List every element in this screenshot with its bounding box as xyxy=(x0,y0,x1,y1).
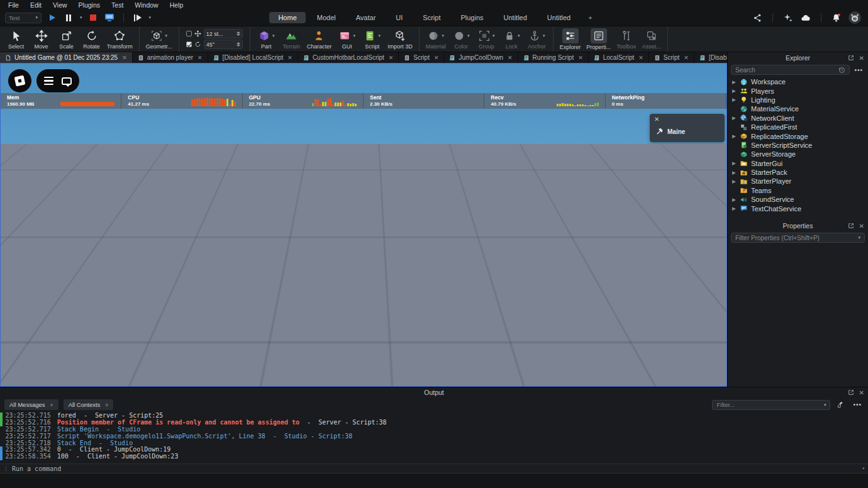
close-icon[interactable]: ✕ xyxy=(287,55,292,61)
toolbar-button-character[interactable]: Character xyxy=(305,28,334,50)
output-filter-input[interactable] xyxy=(716,401,823,408)
toolbar-button-select[interactable]: Select xyxy=(4,28,28,50)
move-snap-checkbox[interactable] xyxy=(186,31,192,36)
viewport-3d[interactable]: RignoLRigRig Mem1960.90 MBCPU41.27 msGPU… xyxy=(0,63,727,387)
output-log[interactable]: 23:25:52.715fored - Server - Script:2523… xyxy=(0,412,868,463)
doc-tab-7[interactable]: LocalScript✕ xyxy=(589,52,649,63)
menu-item-test[interactable]: Test xyxy=(106,1,129,9)
explorer-item-textchatservice[interactable]: ▶TextChatService xyxy=(728,204,868,213)
explorer-item-workspace[interactable]: ▶Workspace xyxy=(728,77,868,86)
properties-filter-box[interactable]: ▾ xyxy=(731,233,865,243)
expand-arrow-icon[interactable]: ▶ xyxy=(732,133,737,139)
chevron-down-icon[interactable]: ▾ xyxy=(378,33,381,38)
explorer-item-teams[interactable]: Teams xyxy=(728,186,868,195)
cloud-sync-icon[interactable] xyxy=(799,13,811,23)
toolbar-button-color[interactable]: ▾Color xyxy=(450,28,473,50)
close-icon[interactable]: ✕ xyxy=(389,55,394,61)
doc-tab-1[interactable]: animation player✕ xyxy=(133,52,208,63)
close-icon[interactable]: ✕ xyxy=(859,389,864,396)
pause-button[interactable] xyxy=(63,12,74,23)
clear-output-broom-icon[interactable] xyxy=(837,401,845,409)
close-icon[interactable]: ✕ xyxy=(859,223,864,230)
expand-arrow-icon[interactable]: ▶ xyxy=(732,206,737,211)
chevron-down-icon[interactable]: ▾ xyxy=(353,33,355,38)
close-icon[interactable]: ✕ xyxy=(198,55,203,61)
properties-filter-input[interactable] xyxy=(735,235,857,241)
expand-arrow-icon[interactable]: ▶ xyxy=(732,88,737,94)
menu-item-edit[interactable]: Edit xyxy=(25,1,47,9)
ribbon-tab-script-4[interactable]: Script xyxy=(414,12,449,23)
expand-arrow-icon[interactable]: ▶ xyxy=(732,160,737,166)
chevron-down-icon[interactable]: ▾ xyxy=(492,33,495,38)
expand-arrow-icon[interactable]: ▶ xyxy=(732,197,737,202)
menu-item-window[interactable]: Window xyxy=(129,1,164,9)
move-snap-field[interactable]: 12 st... xyxy=(204,29,243,38)
ribbon-tab-add[interactable]: + xyxy=(582,12,598,23)
rotate-snap-field[interactable]: 45° xyxy=(204,40,243,49)
output-filter-box[interactable]: ▾ xyxy=(712,400,830,410)
toolbar-button-lock[interactable]: ▾Lock xyxy=(500,28,523,50)
roblox-menu-button[interactable] xyxy=(8,69,31,92)
rotate-snap-stepper[interactable] xyxy=(236,42,240,47)
explorer-item-networkclient[interactable]: ▶NetworkClient xyxy=(728,114,868,123)
close-icon[interactable]: ✕ xyxy=(654,116,659,123)
toolbar-button-group[interactable]: ▾Group xyxy=(475,28,498,50)
close-icon[interactable]: ✕ xyxy=(434,55,439,61)
step-button[interactable] xyxy=(132,12,143,23)
toolbar-button-part[interactable]: ▾Part xyxy=(255,28,278,50)
ribbon-tab-avatar-2[interactable]: Avatar xyxy=(347,12,385,23)
expand-arrow-icon[interactable]: ▶ xyxy=(732,115,737,121)
test-mode-dropdown[interactable]: Test ▾ xyxy=(5,13,42,23)
toolbar-button-material[interactable]: ▾Material xyxy=(424,28,448,50)
explorer-item-replicatedfirst[interactable]: ReplicatedFirst xyxy=(728,123,868,131)
assistant-sparkle-icon[interactable] xyxy=(782,13,793,23)
explorer-menu-icon[interactable]: ••• xyxy=(852,67,865,74)
toolbar-button-anchor[interactable]: ▾Anchor xyxy=(525,28,548,50)
close-icon[interactable]: ✕ xyxy=(684,55,689,61)
client-server-toggle-icon[interactable] xyxy=(104,12,115,23)
menu-item-help[interactable]: Help xyxy=(164,1,189,9)
chevron-down-icon[interactable]: ▾ xyxy=(862,466,865,471)
close-icon[interactable]: ✕ xyxy=(859,55,864,62)
explorer-item-startergui[interactable]: ▶StarterGui xyxy=(728,159,868,168)
popout-icon[interactable] xyxy=(848,223,854,229)
play-button[interactable] xyxy=(47,12,58,23)
ribbon-tab-home-0[interactable]: Home xyxy=(269,12,305,23)
history-icon[interactable] xyxy=(838,67,845,74)
pause-dropdown-icon[interactable]: ▾ xyxy=(80,15,82,20)
drag-handle-icon[interactable]: ⋮ xyxy=(3,465,8,472)
doc-tab-4[interactable]: Script✕ xyxy=(399,52,444,63)
explorer-item-players[interactable]: ▶Players xyxy=(728,86,868,95)
toolbar-button-move[interactable]: Move xyxy=(30,28,53,50)
ribbon-tab-ui-3[interactable]: UI xyxy=(387,12,411,23)
step-dropdown-icon[interactable]: ▾ xyxy=(149,15,152,20)
command-input[interactable] xyxy=(12,465,858,472)
explorer-item-replicatedstorage[interactable]: ▶ReplicatedStorage xyxy=(728,131,868,140)
toolbar-button-scale[interactable]: Scale xyxy=(55,28,78,50)
menu-item-plugins[interactable]: Plugins xyxy=(73,1,106,9)
close-icon[interactable]: ✕ xyxy=(578,55,583,61)
toolbar-button-geometr-[interactable]: ▾Geometr... xyxy=(144,28,174,50)
doc-tab-2[interactable]: [Disabled] LocalScript✕ xyxy=(208,52,298,63)
doc-tab-5[interactable]: JumpCoolDown✕ xyxy=(444,52,518,63)
toolbar-button-toolbox[interactable]: Toolbox xyxy=(615,28,638,50)
expand-arrow-icon[interactable]: ▶ xyxy=(732,170,737,175)
close-icon[interactable]: ✕ xyxy=(508,55,513,61)
popout-icon[interactable] xyxy=(848,55,854,61)
chat-icon[interactable] xyxy=(62,77,72,85)
explorer-item-starterplayer[interactable]: ▶StarterPlayer xyxy=(728,177,868,186)
menu-item-file[interactable]: File xyxy=(3,1,25,9)
user-avatar[interactable] xyxy=(848,11,862,25)
output-menu-icon[interactable]: ••• xyxy=(851,401,864,408)
chevron-down-icon[interactable]: ▾ xyxy=(165,33,167,38)
explorer-item-starterpack[interactable]: ▶StarterPack xyxy=(728,168,868,177)
messages-filter-dropdown[interactable]: All Messages ∨ xyxy=(4,399,58,410)
toolbar-button-terrain[interactable]: Terrain xyxy=(280,28,303,50)
ribbon-tab-plugins-5[interactable]: Plugins xyxy=(452,12,492,23)
ribbon-tab-untitled-7[interactable]: Untitled xyxy=(538,12,579,23)
explorer-item-serverstorage[interactable]: ServerStorage xyxy=(728,150,868,158)
chevron-down-icon[interactable]: ▾ xyxy=(543,33,545,38)
chevron-down-icon[interactable]: ▾ xyxy=(467,33,470,38)
share-icon[interactable] xyxy=(752,13,763,23)
explorer-item-serverscriptservice[interactable]: ServerScriptService xyxy=(728,141,868,150)
